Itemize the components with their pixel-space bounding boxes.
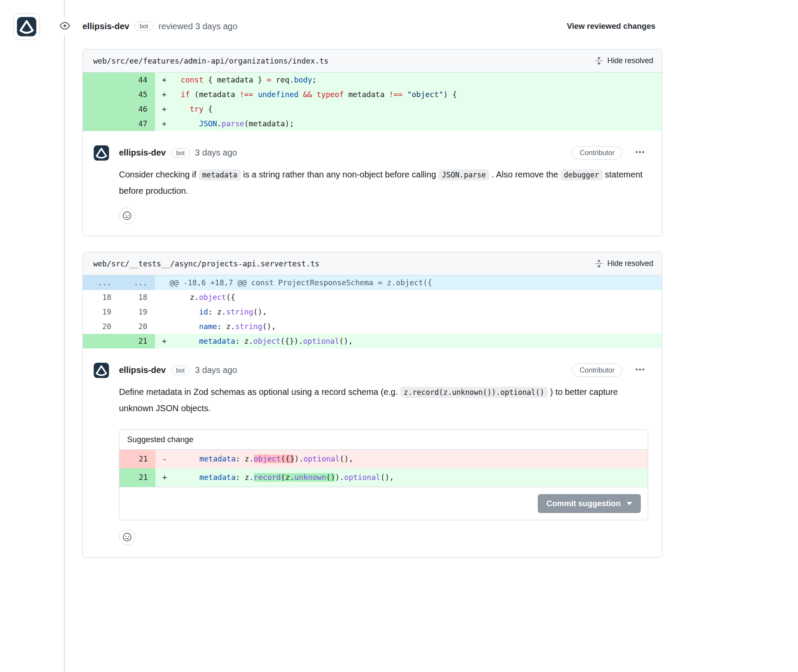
- bot-badge: bot: [171, 148, 190, 158]
- comment-avatar[interactable]: [93, 362, 110, 379]
- kebab-menu-button[interactable]: [632, 145, 648, 161]
- code-line: try {: [180, 102, 662, 116]
- diff-line: 21 + metadata: z.object({}).optional(),: [83, 334, 662, 348]
- commit-suggestion-label: Commit suggestion: [546, 499, 621, 508]
- old-line-number: [83, 116, 119, 131]
- new-line-number: 45: [119, 87, 155, 102]
- code-line: if (metadata !== undefined && typeof met…: [180, 87, 662, 102]
- diff-line: 45 + if (metadata !== undefined && typeo…: [83, 87, 662, 102]
- code-line: metadata: z.object({}).optional(),: [180, 334, 662, 348]
- code-line: metadata: z.record(z.unknown()).optional…: [180, 468, 648, 487]
- code-line: JSON.parse(metadata);: [180, 116, 662, 131]
- smiley-icon: [123, 533, 131, 541]
- caret-down-icon: [627, 502, 632, 506]
- hide-resolved-label: Hide resolved: [607, 56, 653, 65]
- review-card-2: web/src/__tests__/async/projects-api.ser…: [82, 252, 662, 558]
- author-name[interactable]: ellipsis-dev: [119, 148, 166, 158]
- diff-table: ... ... @@ -18,6 +18,7 @@ const ProjectR…: [83, 275, 662, 348]
- timestamp[interactable]: 3 days ago: [195, 365, 237, 375]
- old-line-number: [83, 87, 119, 102]
- hunk-header-line: ... ... @@ -18,6 +18,7 @@ const ProjectR…: [83, 275, 662, 290]
- ellipsis-dev-logo: [93, 145, 110, 161]
- kebab-menu-button[interactable]: [632, 362, 648, 378]
- old-line-number: [83, 102, 119, 116]
- reviewer-avatar[interactable]: [13, 13, 40, 40]
- timeline-line: [64, 0, 65, 672]
- comment-body: Consider checking if metadata is a strin…: [119, 167, 648, 199]
- hunk-gutter-dots: ...: [83, 275, 119, 290]
- author-name[interactable]: ellipsis-dev: [82, 21, 129, 31]
- smiley-icon: [123, 211, 131, 220]
- line-number: 21: [119, 450, 155, 468]
- code-line: metadata: z.object({}).optional(),: [180, 450, 648, 468]
- timestamp[interactable]: 3 days ago: [195, 148, 237, 158]
- diff-marker: +: [155, 87, 180, 102]
- diff-marker: +: [155, 468, 180, 487]
- hide-resolved-label: Hide resolved: [607, 259, 653, 268]
- review-card-1: web/src/ee/features/admin-api/organizati…: [82, 49, 662, 236]
- file-name[interactable]: web/src/ee/features/admin-api/organizati…: [93, 57, 329, 65]
- code-line: id: z.string(),: [180, 305, 662, 319]
- review-thread: web/src/ee/features/admin-api/organizati…: [82, 49, 662, 558]
- new-line-number: 18: [119, 290, 155, 305]
- hunk-gutter-dots: ...: [119, 275, 155, 290]
- old-line-number: 19: [83, 305, 119, 319]
- fold-icon: [595, 57, 603, 65]
- eye-icon: [56, 17, 74, 35]
- bot-badge: bot: [171, 366, 190, 375]
- author-name[interactable]: ellipsis-dev: [119, 365, 166, 375]
- emoji-reaction-button[interactable]: [119, 529, 135, 545]
- review-comment: ellipsis-dev bot 3 days ago Contributor …: [83, 348, 662, 557]
- review-comment: ellipsis-dev bot 3 days ago Contributor …: [83, 131, 662, 236]
- view-reviewed-changes-link[interactable]: View reviewed changes: [567, 21, 655, 31]
- suggestion-title: Suggested change: [119, 430, 648, 450]
- comment-header: ellipsis-dev bot 3 days ago Contributor: [119, 145, 648, 161]
- code-line: z.object({: [180, 290, 662, 305]
- line-number: 21: [119, 468, 155, 487]
- bot-badge: bot: [134, 21, 153, 31]
- review-meta: reviewed 3 days ago: [158, 21, 237, 31]
- diff-line: 18 18 z.object({: [83, 290, 662, 305]
- old-line-number: [83, 73, 119, 87]
- diff-marker: [155, 319, 180, 334]
- old-line-number: 18: [83, 290, 119, 305]
- comment-avatar[interactable]: [93, 145, 110, 161]
- suggestion-del-line: 21 - metadata: z.object({}).optional(),: [119, 450, 648, 468]
- new-line-number: 20: [119, 319, 155, 334]
- diff-line: 46 + try {: [83, 102, 662, 116]
- diff-marker: [155, 290, 180, 305]
- old-line-number: 20: [83, 319, 119, 334]
- diff-line: 44 + const { metadata } = req.body;: [83, 73, 662, 87]
- hide-resolved-button[interactable]: Hide resolved: [595, 56, 653, 65]
- suggestion-diff-table: 21 - metadata: z.object({}).optional(), …: [119, 450, 648, 487]
- comment-body: Define metadata in Zod schemas as option…: [119, 384, 648, 416]
- fold-icon: [595, 260, 603, 268]
- diff-marker: +: [155, 73, 180, 87]
- new-line-number: 19: [119, 305, 155, 319]
- new-line-number: 21: [119, 334, 155, 348]
- kebab-horizontal-icon: [635, 365, 645, 374]
- diff-table: 44 + const { metadata } = req.body; 45 +…: [83, 73, 662, 131]
- suggestion-footer: Commit suggestion: [119, 487, 648, 520]
- comment-header: ellipsis-dev bot 3 days ago Contributor: [119, 362, 648, 378]
- diff-marker: [155, 305, 180, 319]
- hunk-header-text: @@ -18,6 +18,7 @@ const ProjectResponseS…: [155, 275, 662, 290]
- diff-marker: +: [155, 102, 180, 116]
- emoji-reaction-button[interactable]: [119, 208, 135, 224]
- ellipsis-dev-logo: [93, 362, 110, 379]
- file-header: web/src/__tests__/async/projects-api.ser…: [83, 252, 662, 275]
- hide-resolved-button[interactable]: Hide resolved: [595, 259, 653, 268]
- suggestion-add-line: 21 + metadata: z.record(z.unknown()).opt…: [119, 468, 648, 487]
- code-line: name: z.string(),: [180, 319, 662, 334]
- file-name[interactable]: web/src/__tests__/async/projects-api.ser…: [93, 260, 320, 268]
- old-line-number: [83, 334, 119, 348]
- diff-line: 19 19 id: z.string(),: [83, 305, 662, 319]
- new-line-number: 44: [119, 73, 155, 87]
- commit-suggestion-button[interactable]: Commit suggestion: [538, 494, 641, 513]
- diff-marker: -: [155, 450, 180, 468]
- diff-marker: +: [155, 334, 180, 348]
- ellipsis-dev-logo: [16, 16, 37, 37]
- diff-line: 20 20 name: z.string(),: [83, 319, 662, 334]
- suggested-change: Suggested change 21 - metadata: z.object…: [119, 429, 648, 520]
- code-line: const { metadata } = req.body;: [180, 73, 662, 87]
